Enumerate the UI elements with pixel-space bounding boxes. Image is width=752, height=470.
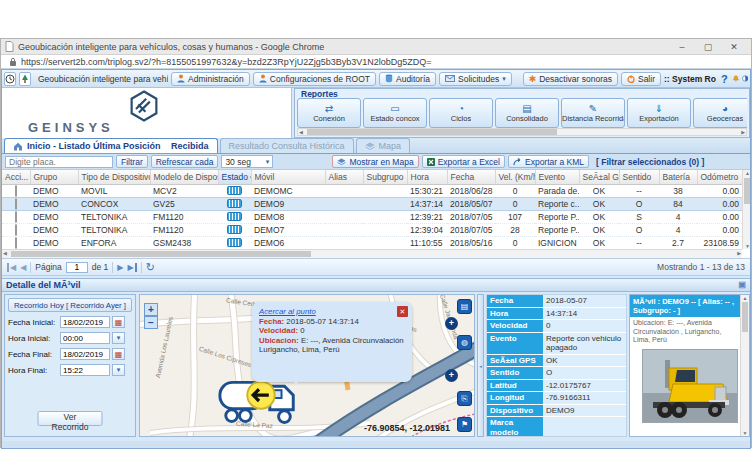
- table-hscrollbar[interactable]: ◀ ▶: [2, 249, 742, 258]
- scroll-down-icon[interactable]: ▼: [741, 430, 749, 436]
- column-header[interactable]: Grupo: [30, 170, 78, 184]
- column-header[interactable]: Hora: [407, 170, 447, 184]
- chevron-down-icon[interactable]: ▾: [112, 364, 125, 376]
- browser-urlbar[interactable]: https://servert2b.com/triplog.sv2/?h=815…: [1, 55, 751, 69]
- popup-close-icon[interactable]: ✕: [397, 306, 408, 317]
- logout-button[interactable]: Salir: [621, 72, 661, 86]
- table-row[interactable]: DEMO MOVIL MCV2 DEMOMC 15:30:21 2018/06/…: [2, 184, 742, 197]
- tab-inicio[interactable]: Inicio - Listado Última Posición Recibid…: [4, 138, 218, 153]
- column-header[interactable]: Alias: [325, 170, 363, 184]
- interval-select[interactable]: 30 seg ▾: [221, 155, 273, 168]
- show-on-map-button[interactable]: Mostrar en Mapa: [332, 155, 418, 168]
- root-config-button[interactable]: Configuraciones de ROOT: [253, 72, 376, 86]
- export-kml-button[interactable]: Exportar a KML: [508, 155, 589, 168]
- plate-search-input[interactable]: [5, 156, 113, 168]
- contrast-icon[interactable]: [742, 73, 748, 84]
- column-header[interactable]: Móvil: [251, 170, 325, 184]
- map-layers-button[interactable]: ▤: [457, 299, 472, 314]
- close-button[interactable]: ✕: [721, 42, 747, 52]
- map-flag-button[interactable]: ⚑: [457, 417, 472, 432]
- refresh-icon[interactable]: ↻: [146, 261, 155, 274]
- bell-icon[interactable]: [733, 73, 739, 84]
- fecha-inicial-input[interactable]: [60, 316, 110, 328]
- column-header[interactable]: Subgrupo: [363, 170, 407, 184]
- column-header[interactable]: SeÃ±al GPS: [579, 170, 619, 184]
- table-row[interactable]: DEMO ENFORA GSM2438 DEMO6 11:10:55 2018/…: [2, 236, 742, 249]
- column-header[interactable]: Modelo de Disposi...: [150, 170, 218, 184]
- scroll-up-icon[interactable]: ▲: [743, 170, 751, 176]
- column-header[interactable]: Odómetro: [697, 170, 742, 184]
- scroll-right-icon[interactable]: ▶: [741, 129, 745, 136]
- column-header[interactable]: Tipo de Dispositivo: [78, 170, 150, 184]
- report-button[interactable]: ◔ Ciclos: [429, 98, 493, 128]
- row-checkbox[interactable]: [15, 224, 17, 236]
- row-checkbox[interactable]: [15, 198, 17, 210]
- page-input[interactable]: [66, 262, 88, 273]
- table-row[interactable]: DEMO TELTONIKA FM1120 DEMO8 12:39:21 201…: [2, 210, 742, 223]
- help-icon[interactable]: ?: [719, 73, 730, 85]
- calendar-icon[interactable]: ▦: [112, 348, 125, 360]
- panel-toggle-icon[interactable]: ▣: [738, 280, 746, 290]
- report-button[interactable]: ◕ Geocercas: [693, 98, 747, 128]
- map-print-button[interactable]: ⎘: [457, 391, 472, 406]
- report-button[interactable]: ▤ Consolidado: [495, 98, 559, 128]
- audit-button[interactable]: Auditoría: [379, 72, 436, 86]
- map-plus-button[interactable]: +: [445, 369, 458, 382]
- report-button[interactable]: ⇄ Conexión: [297, 98, 361, 128]
- map-canvas[interactable]: Calle Cedros Los Acacias Calle Jacarandá…: [139, 294, 475, 437]
- table-row[interactable]: DEMO TELTONIKA FM1120 DEMO7 12:39:04 201…: [2, 223, 742, 236]
- column-header[interactable]: Evento: [535, 170, 579, 184]
- requests-button[interactable]: Solicitudes ▾: [439, 72, 512, 86]
- last-page-button[interactable]: ▶: [127, 263, 136, 272]
- fecha-final-input[interactable]: [60, 348, 110, 360]
- minimize-button[interactable]: –: [669, 42, 695, 52]
- scroll-down-icon[interactable]: ▼: [743, 243, 751, 249]
- column-header[interactable]: Batería: [659, 170, 697, 184]
- column-header[interactable]: Acci...: [2, 170, 30, 184]
- row-checkbox[interactable]: [15, 211, 17, 223]
- cell-checkbox[interactable]: [2, 223, 30, 236]
- map-plus-button[interactable]: +: [445, 317, 458, 330]
- first-page-button[interactable]: ◀: [7, 263, 16, 272]
- export-excel-button[interactable]: Exportar a Excel: [422, 155, 505, 168]
- report-button[interactable]: ▭ Estado concox: [363, 98, 427, 128]
- report-button[interactable]: ✎ Distancia Recorrida: [561, 98, 625, 128]
- maximize-button[interactable]: ▢: [695, 42, 721, 52]
- table-row[interactable]: DEMO CONCOX GV25 DEMO9 14:37:14 2018/05/…: [2, 197, 742, 210]
- tree-icon[interactable]: [19, 72, 31, 86]
- zoom-in-button[interactable]: +: [144, 303, 158, 316]
- cell-checkbox[interactable]: [2, 197, 30, 210]
- row-checkbox[interactable]: [15, 237, 17, 249]
- filter-selected-label[interactable]: [ Filtrar seleccionados (0) ]: [596, 157, 704, 167]
- reports-hscrollbar[interactable]: ◀ ▶: [297, 128, 747, 136]
- table-vscrollbar[interactable]: ▲ ▼: [742, 170, 751, 249]
- route-tabs-button[interactable]: Recorrido Hoy [ Recorrido Ayer ]: [8, 298, 132, 312]
- clock-icon[interactable]: [4, 72, 16, 86]
- scroll-left-icon[interactable]: ◀: [299, 129, 303, 136]
- vehicle-vscrollbar[interactable]: ▲ ▼: [740, 295, 749, 436]
- refresh-every-button[interactable]: Refrescar cada: [151, 155, 219, 168]
- panel-splitter[interactable]: ◂: [477, 294, 484, 437]
- tab-historica[interactable]: Resultado Consulta Histórica: [220, 138, 354, 153]
- next-page-button[interactable]: ▶: [117, 263, 123, 272]
- zoom-to-point-link[interactable]: Acercar al punto: [259, 307, 316, 316]
- zoom-out-button[interactable]: −: [144, 316, 158, 329]
- tab-mapa[interactable]: Mapa: [356, 138, 411, 153]
- column-header[interactable]: Fecha: [447, 170, 495, 184]
- calendar-icon[interactable]: ▦: [112, 316, 125, 328]
- report-button[interactable]: ⇓ Exportación: [627, 98, 691, 128]
- admin-button[interactable]: Administración: [171, 72, 250, 86]
- hora-inicial-input[interactable]: [60, 332, 110, 344]
- cell-checkbox[interactable]: [2, 184, 30, 197]
- column-header[interactable]: Estado: [218, 170, 251, 184]
- mute-sounds-button[interactable]: ✱ Desactivar sonoras: [523, 72, 618, 86]
- scroll-right-icon[interactable]: ▶: [737, 250, 741, 257]
- prev-page-button[interactable]: ◀: [20, 263, 26, 272]
- map-drop-button[interactable]: ◍: [457, 335, 472, 350]
- row-checkbox[interactable]: [15, 185, 17, 197]
- scroll-up-icon[interactable]: ▲: [741, 295, 749, 301]
- cell-checkbox[interactable]: [2, 210, 30, 223]
- ver-recorrido-button[interactable]: Ver Recorrido: [38, 411, 103, 426]
- column-header[interactable]: Vel. (Km/h): [495, 170, 535, 184]
- column-header[interactable]: Sentido: [619, 170, 659, 184]
